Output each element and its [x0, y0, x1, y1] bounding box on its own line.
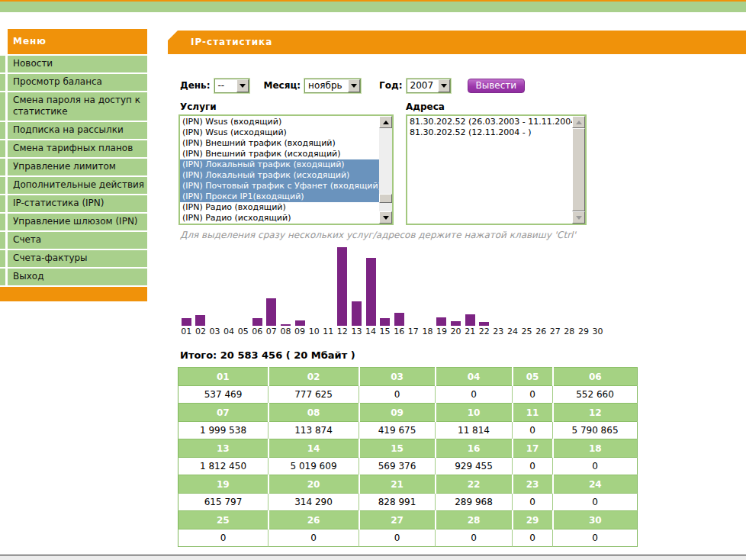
service-option[interactable]: (IPN) Почтовый трафик с Уфанет (входящий…	[180, 181, 379, 191]
sidebar-item[interactable]: Управление шлюзом (IPN)	[0, 214, 147, 230]
services-listbox[interactable]: (IPN) Wsus (входящий)(IPN) Wsus (исходящ…	[178, 114, 394, 225]
chevron-down-icon[interactable]	[348, 79, 360, 92]
chart-day-label: 15	[380, 327, 391, 337]
day-header-cell: 16	[436, 439, 513, 458]
service-option[interactable]: (IPN) Локальный трафик (входящий)	[180, 159, 379, 170]
traffic-value-cell: 419 675	[359, 422, 436, 439]
chart-day-slot: 28	[562, 247, 577, 337]
scroll-up-icon[interactable]	[379, 116, 392, 128]
chart-day-slot: 18	[420, 247, 435, 337]
chevron-down-icon[interactable]	[438, 79, 450, 92]
year-select[interactable]: 2007	[407, 79, 451, 93]
address-option[interactable]: 81.30.202.52 (12.11.2004 - )	[407, 127, 572, 138]
sidebar-item[interactable]: Просмотр баланса	[0, 74, 147, 91]
addresses-scrollbar[interactable]	[572, 116, 585, 224]
addresses-options: 81.30.202.52 (26.03.2003 - 11.11.2004)81…	[407, 116, 572, 224]
addresses-listbox[interactable]: 81.30.202.52 (26.03.2003 - 11.11.2004)81…	[406, 114, 587, 225]
services-scrollbar[interactable]	[379, 116, 392, 224]
total-label: Итого: 20 583 456 ( 20 Мбайт )	[180, 349, 355, 361]
sidebar-item[interactable]: IP-статистика (IPN)	[0, 195, 147, 212]
chart-bar	[281, 324, 291, 326]
page-title: IP-статистика	[191, 37, 272, 47]
day-header-cell: 12	[553, 404, 638, 422]
sidebar-item[interactable]: Подписка на рассылки	[0, 122, 147, 139]
chart-day-slot: 13	[349, 247, 364, 337]
scroll-up-icon[interactable]	[572, 116, 585, 128]
day-header-cell: 26	[268, 511, 359, 529]
chart-day-slot: 01	[179, 247, 194, 337]
chart-day-label: 12	[337, 327, 348, 337]
traffic-value-cell: 5 019 609	[268, 458, 359, 475]
chart-day-slot: 14	[364, 247, 378, 337]
table-value-row: 537 469777 625000552 660	[178, 386, 638, 404]
scrollbar-track[interactable]	[379, 128, 392, 211]
sidebar-item[interactable]: Счета-фактуры	[0, 250, 147, 267]
sidebar-item-label: IP-статистика (IPN)	[8, 195, 147, 212]
chart-day-label: 07	[266, 327, 277, 337]
traffic-value-cell: 1 812 450	[178, 458, 268, 475]
traffic-value-cell: 314 290	[268, 494, 359, 511]
scroll-down-icon[interactable]	[572, 211, 585, 224]
day-select[interactable]: --	[214, 79, 249, 93]
traffic-value-cell: 113 874	[268, 422, 359, 439]
menu-item-accent	[0, 122, 5, 139]
chart-bar	[295, 320, 305, 326]
chart-day-slot: 22	[477, 247, 491, 337]
sidebar-item[interactable]: Новости	[0, 56, 147, 72]
chart-bar	[252, 318, 262, 326]
traffic-value-cell: 0	[268, 529, 359, 547]
chevron-down-icon[interactable]	[236, 79, 249, 92]
day-header-cell: 03	[359, 368, 436, 386]
day-header-cell: 14	[268, 439, 359, 458]
service-option[interactable]: (IPN) Локальный трафик (исходящий)	[180, 170, 379, 181]
sidebar-item[interactable]: Счета	[0, 232, 147, 249]
traffic-value-cell: 0	[513, 529, 553, 547]
chart-day-label: 19	[436, 327, 447, 337]
chart-day-label: 10	[309, 327, 320, 337]
day-header-cell: 23	[513, 475, 553, 494]
traffic-value-cell: 0	[513, 386, 553, 404]
sidebar-item[interactable]: Выход	[0, 269, 147, 285]
chart-day-label: 23	[493, 327, 503, 337]
service-option[interactable]: (IPN) Wsus (входящий)	[180, 117, 379, 127]
address-option[interactable]: 81.30.202.52 (26.03.2003 - 11.11.2004)	[407, 117, 572, 127]
sidebar: Меню НовостиПросмотр балансаСмена пароля…	[0, 29, 147, 301]
scrollbar-thumb[interactable]	[572, 128, 585, 211]
show-button[interactable]: Вывести	[468, 79, 526, 93]
day-header-cell: 20	[268, 475, 359, 494]
chart-day-slot: 10	[307, 247, 321, 337]
top-green-band	[0, 2, 746, 12]
services-label: Услуги	[180, 101, 217, 112]
chart-day-slot: 05	[236, 247, 250, 337]
menu-item-accent	[0, 159, 5, 175]
chart-bar	[479, 322, 489, 326]
scrollbar-thumb[interactable]	[379, 194, 392, 203]
sidebar-item-label: Управление лимитом	[8, 159, 147, 175]
service-option[interactable]: (IPN) Радио (исходящий)	[180, 213, 379, 224]
menu-item-accent	[0, 250, 5, 267]
service-option[interactable]: (IPN) Внешний трафик (исходящий)	[180, 149, 379, 159]
menu-item-accent	[0, 56, 5, 72]
month-select[interactable]: ноябрь	[304, 79, 361, 93]
chart-day-slot: 26	[534, 247, 548, 337]
sidebar-item[interactable]: Смена пароля на доступ к статистике	[0, 92, 147, 121]
chart-day-slot: 21	[463, 247, 478, 337]
chart-bar	[366, 258, 376, 326]
scrollbar-track[interactable]	[572, 128, 585, 211]
service-option[interactable]: (IPN) Прокси IP1(входящий)	[180, 191, 379, 202]
sidebar-item[interactable]: Смена тарифных планов	[0, 140, 147, 157]
chart-day-label: 27	[550, 327, 561, 337]
sidebar-item[interactable]: Дополнительные действия	[0, 177, 147, 194]
table-value-row: 000000	[178, 529, 638, 547]
chart-day-label: 18	[422, 327, 432, 337]
service-option[interactable]: (IPN) Внешний трафик (входящий)	[180, 138, 379, 149]
day-header-cell: 27	[359, 511, 436, 529]
day-label: День:	[180, 80, 211, 91]
traffic-value-cell: 0	[359, 386, 436, 404]
sidebar-item-label: Смена тарифных планов	[8, 140, 147, 157]
chart-bar	[436, 317, 446, 326]
service-option[interactable]: (IPN) Радио (входящий)	[180, 202, 379, 213]
sidebar-item[interactable]: Управление лимитом	[0, 159, 147, 175]
scroll-down-icon[interactable]	[379, 211, 392, 224]
service-option[interactable]: (IPN) Wsus (исходящий)	[180, 127, 379, 138]
